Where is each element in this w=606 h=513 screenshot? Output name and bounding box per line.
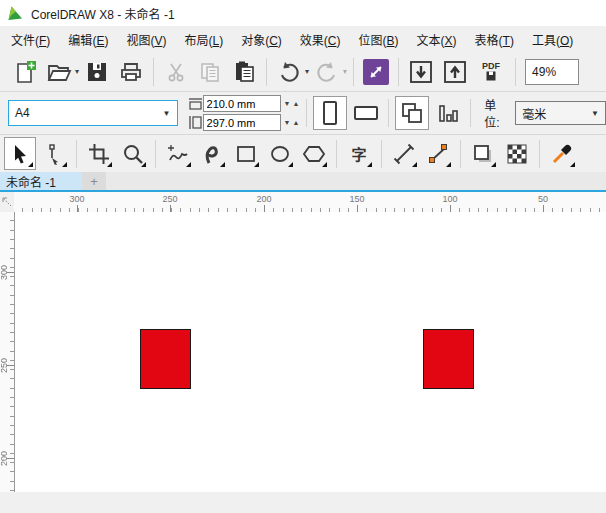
units-value: 毫米: [522, 105, 546, 122]
toolbox-separator: [155, 140, 156, 168]
menu-table[interactable]: 表格(T): [466, 27, 523, 52]
open-dropdown-caret[interactable]: ▾: [75, 67, 79, 76]
title-bar: CorelDRAW X8 - 未命名 -1: [0, 0, 606, 26]
ruler-label: 100: [435, 194, 465, 204]
menu-file[interactable]: 文件(F): [2, 27, 59, 52]
toolbox-separator: [76, 140, 77, 168]
ruler-label: 300: [62, 194, 92, 204]
crop-tool[interactable]: [83, 137, 115, 170]
apply-size-current-page-button[interactable]: [431, 96, 465, 130]
document-tab-bar: 未命名 -1 +: [0, 172, 606, 190]
publish-pdf-button[interactable]: PDF: [474, 57, 508, 87]
ruler-major-tick: [264, 205, 265, 212]
toolbar-separator: [153, 58, 154, 86]
ruler-origin-corner[interactable]: [0, 192, 14, 212]
standard-toolbar: ▾ ▾ ▾ PDF 49%: [0, 52, 606, 92]
landscape-button[interactable]: [349, 96, 383, 130]
menu-object[interactable]: 对象(C): [232, 27, 291, 52]
menu-view[interactable]: 视图(V): [117, 27, 175, 52]
freehand-tool[interactable]: [162, 137, 194, 170]
pick-tool[interactable]: [4, 137, 36, 170]
ruler-major-tick: [170, 205, 171, 212]
redo-dropdown-caret: ▾: [343, 67, 347, 76]
ruler-label: 150: [342, 194, 372, 204]
ruler-label: 250: [155, 194, 185, 204]
export-button[interactable]: [440, 57, 470, 87]
drawing-canvas[interactable]: [14, 212, 606, 492]
document-tab-label: 未命名 -1: [6, 173, 56, 190]
undo-button[interactable]: [274, 57, 304, 87]
red-rectangle-shape[interactable]: [423, 329, 474, 389]
propbar-separator: [388, 99, 389, 127]
zoom-level-value: 49%: [532, 65, 556, 79]
page-edge-line: [14, 212, 15, 492]
import-button[interactable]: [406, 57, 436, 87]
vertical-ruler[interactable]: 300 250 200: [0, 212, 15, 492]
units-combobox[interactable]: 毫米 ▼: [515, 101, 606, 125]
text-tool-glyph: 字: [351, 143, 366, 164]
ellipse-tool[interactable]: [264, 137, 296, 170]
page-size-combobox[interactable]: A4 ▼: [8, 100, 178, 126]
page-width-icon: [188, 97, 203, 110]
redo-button: [312, 57, 342, 87]
propbar-separator: [470, 99, 471, 127]
ruler-label: 200: [249, 194, 279, 204]
transparency-tool[interactable]: [501, 137, 533, 170]
new-document-button[interactable]: [10, 57, 40, 87]
page-height-field[interactable]: [203, 114, 281, 131]
open-document-button[interactable]: [44, 57, 74, 87]
rectangle-tool[interactable]: [230, 137, 262, 170]
menu-bar: 文件(F) 编辑(E) 视图(V) 布局(L) 对象(C) 效果(C) 位图(B…: [0, 26, 606, 52]
undo-dropdown-caret[interactable]: ▾: [305, 67, 309, 76]
drop-shadow-tool[interactable]: [467, 137, 499, 170]
page-width-field[interactable]: [203, 95, 281, 112]
menu-effects[interactable]: 效果(C): [291, 27, 350, 52]
polygon-tool[interactable]: [298, 137, 330, 170]
zoom-tool[interactable]: [117, 137, 149, 170]
page-height-icon: [188, 116, 203, 129]
horizontal-ruler[interactable]: 300 250 200 150 100 50: [14, 192, 606, 213]
chevron-down-icon: ▼: [163, 109, 171, 118]
color-eyedropper-tool[interactable]: [546, 137, 578, 170]
text-tool[interactable]: 字: [343, 137, 375, 170]
cut-button: [161, 57, 191, 87]
artistic-media-tool[interactable]: [196, 137, 228, 170]
page-dimensions-group: ▼▲ ▼▲: [188, 95, 302, 131]
apply-size-all-pages-button[interactable]: [395, 96, 429, 130]
ruler-major-tick: [543, 205, 544, 212]
document-tab[interactable]: 未命名 -1: [0, 172, 82, 190]
toolbox-separator: [539, 140, 540, 168]
dimension-tool[interactable]: [388, 137, 420, 170]
toolbox-separator: [381, 140, 382, 168]
ruler-label: 50: [528, 194, 558, 204]
paste-button[interactable]: [229, 57, 259, 87]
new-tab-button[interactable]: +: [82, 172, 106, 190]
application-launcher-button[interactable]: [361, 57, 391, 87]
launcher-icon: [363, 59, 389, 85]
work-area: 300 250 200 150 100 50 300 250 200: [0, 192, 606, 492]
print-button[interactable]: [116, 57, 146, 87]
toolbar-separator: [353, 58, 354, 86]
red-rectangle-shape[interactable]: [140, 329, 191, 389]
save-button[interactable]: [82, 57, 112, 87]
property-bar: A4 ▼ ▼▲ ▼▲ 单位: 毫米 ▼: [0, 92, 606, 135]
toolbar-separator: [515, 58, 516, 86]
coreldraw-logo-icon: [7, 5, 23, 21]
toolbar-separator: [398, 58, 399, 86]
portrait-button[interactable]: [313, 96, 347, 130]
toolbox-separator: [460, 140, 461, 168]
page-height-spinner[interactable]: ▼▲: [284, 119, 302, 126]
menu-tools[interactable]: 工具(O): [523, 27, 582, 52]
pdf-label: PDF: [482, 62, 500, 71]
menu-bitmaps[interactable]: 位图(B): [350, 27, 408, 52]
zoom-level-combobox[interactable]: 49%: [525, 59, 579, 85]
menu-edit[interactable]: 编辑(E): [59, 27, 117, 52]
chevron-down-icon: ▼: [591, 109, 599, 118]
shape-tool[interactable]: [38, 137, 70, 170]
copy-button: [195, 57, 225, 87]
toolbar-separator: [266, 58, 267, 86]
menu-layout[interactable]: 布局(L): [175, 27, 232, 52]
connector-tool[interactable]: [422, 137, 454, 170]
page-width-spinner[interactable]: ▼▲: [284, 100, 302, 107]
menu-text[interactable]: 文本(X): [408, 27, 466, 52]
